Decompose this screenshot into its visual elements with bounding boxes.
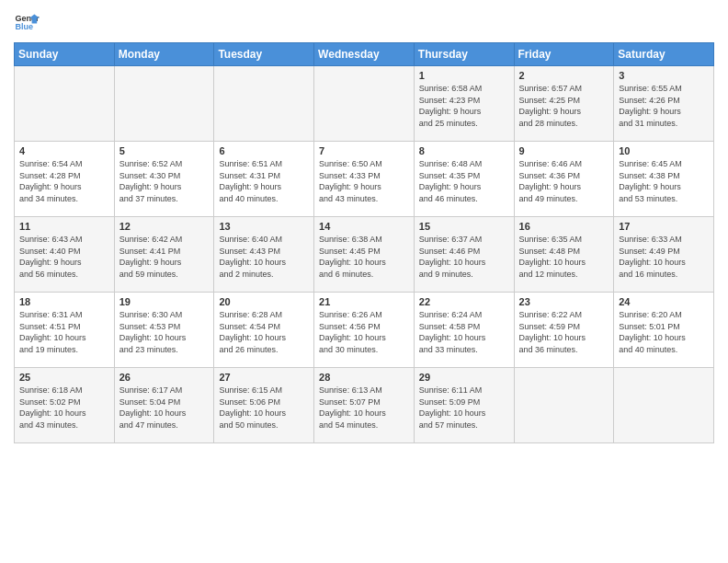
day-number: 23 (519, 296, 609, 307)
weekday-header-wednesday: Wednesday (314, 43, 415, 66)
day-info: Sunrise: 6:33 AM Sunset: 4:49 PM Dayligh… (619, 234, 709, 280)
calendar-cell: 21Sunrise: 6:26 AM Sunset: 4:56 PM Dayli… (314, 293, 415, 368)
day-number: 16 (519, 221, 609, 232)
day-info: Sunrise: 6:28 AM Sunset: 4:54 PM Dayligh… (219, 309, 309, 355)
day-number: 27 (219, 372, 309, 383)
calendar-cell: 19Sunrise: 6:30 AM Sunset: 4:53 PM Dayli… (114, 293, 214, 368)
calendar-week-row: 11Sunrise: 6:43 AM Sunset: 4:40 PM Dayli… (15, 217, 714, 293)
day-number: 7 (319, 145, 409, 156)
day-number: 2 (519, 70, 609, 81)
day-info: Sunrise: 6:54 AM Sunset: 4:28 PM Dayligh… (19, 158, 109, 204)
calendar-cell: 28Sunrise: 6:13 AM Sunset: 5:07 PM Dayli… (314, 368, 415, 443)
day-info: Sunrise: 6:46 AM Sunset: 4:36 PM Dayligh… (519, 158, 609, 204)
calendar-cell: 25Sunrise: 6:18 AM Sunset: 5:02 PM Dayli… (15, 368, 115, 443)
calendar-cell: 3Sunrise: 6:55 AM Sunset: 4:26 PM Daylig… (614, 66, 714, 142)
calendar-cell: 18Sunrise: 6:31 AM Sunset: 4:51 PM Dayli… (15, 293, 115, 368)
day-info: Sunrise: 6:55 AM Sunset: 4:26 PM Dayligh… (619, 83, 709, 129)
day-info: Sunrise: 6:30 AM Sunset: 4:53 PM Dayligh… (119, 309, 210, 355)
calendar-cell: 17Sunrise: 6:33 AM Sunset: 4:49 PM Dayli… (614, 217, 714, 293)
day-info: Sunrise: 6:20 AM Sunset: 5:01 PM Dayligh… (619, 309, 709, 355)
calendar-week-row: 4Sunrise: 6:54 AM Sunset: 4:28 PM Daylig… (15, 142, 714, 217)
day-info: Sunrise: 6:51 AM Sunset: 4:31 PM Dayligh… (219, 158, 309, 204)
day-number: 18 (19, 296, 109, 307)
calendar-cell (514, 368, 614, 443)
day-number: 5 (119, 145, 210, 156)
page-header: General Blue (14, 9, 714, 35)
calendar-cell: 6Sunrise: 6:51 AM Sunset: 4:31 PM Daylig… (214, 142, 314, 217)
calendar-cell: 8Sunrise: 6:48 AM Sunset: 4:35 PM Daylig… (414, 142, 514, 217)
calendar-cell (214, 66, 314, 142)
calendar-week-row: 25Sunrise: 6:18 AM Sunset: 5:02 PM Dayli… (15, 368, 714, 443)
calendar-cell: 14Sunrise: 6:38 AM Sunset: 4:45 PM Dayli… (314, 217, 415, 293)
calendar-cell: 16Sunrise: 6:35 AM Sunset: 4:48 PM Dayli… (514, 217, 614, 293)
day-number: 24 (619, 296, 709, 307)
day-info: Sunrise: 6:40 AM Sunset: 4:43 PM Dayligh… (219, 234, 309, 280)
calendar-cell: 20Sunrise: 6:28 AM Sunset: 4:54 PM Dayli… (214, 293, 314, 368)
weekday-header-monday: Monday (114, 43, 214, 66)
calendar-cell: 7Sunrise: 6:50 AM Sunset: 4:33 PM Daylig… (314, 142, 415, 217)
calendar-cell: 15Sunrise: 6:37 AM Sunset: 4:46 PM Dayli… (414, 217, 514, 293)
day-info: Sunrise: 6:31 AM Sunset: 4:51 PM Dayligh… (19, 309, 109, 355)
day-info: Sunrise: 6:48 AM Sunset: 4:35 PM Dayligh… (419, 158, 509, 204)
day-number: 20 (219, 296, 309, 307)
day-info: Sunrise: 6:24 AM Sunset: 4:58 PM Dayligh… (419, 309, 509, 355)
calendar-cell (314, 66, 415, 142)
calendar-cell (114, 66, 214, 142)
weekday-header-tuesday: Tuesday (214, 43, 314, 66)
day-number: 3 (619, 70, 709, 81)
calendar-cell: 24Sunrise: 6:20 AM Sunset: 5:01 PM Dayli… (614, 293, 714, 368)
calendar-cell: 26Sunrise: 6:17 AM Sunset: 5:04 PM Dayli… (114, 368, 214, 443)
day-info: Sunrise: 6:15 AM Sunset: 5:06 PM Dayligh… (219, 385, 309, 431)
page-container: General Blue SundayMondayTuesdayWednesda… (0, 0, 728, 453)
calendar-cell: 27Sunrise: 6:15 AM Sunset: 5:06 PM Dayli… (214, 368, 314, 443)
weekday-header-thursday: Thursday (414, 43, 514, 66)
day-number: 28 (319, 372, 409, 383)
day-info: Sunrise: 6:52 AM Sunset: 4:30 PM Dayligh… (119, 158, 210, 204)
day-info: Sunrise: 6:43 AM Sunset: 4:40 PM Dayligh… (19, 234, 109, 280)
day-number: 9 (519, 145, 609, 156)
day-info: Sunrise: 6:42 AM Sunset: 4:41 PM Dayligh… (119, 234, 210, 280)
calendar-cell (614, 368, 714, 443)
day-info: Sunrise: 6:13 AM Sunset: 5:07 PM Dayligh… (319, 385, 409, 431)
day-number: 8 (419, 145, 509, 156)
calendar-cell: 10Sunrise: 6:45 AM Sunset: 4:38 PM Dayli… (614, 142, 714, 217)
logo-icon: General Blue (14, 9, 40, 35)
day-info: Sunrise: 6:11 AM Sunset: 5:09 PM Dayligh… (419, 385, 509, 431)
day-number: 21 (319, 296, 409, 307)
calendar-table: SundayMondayTuesdayWednesdayThursdayFrid… (14, 42, 714, 443)
day-info: Sunrise: 6:26 AM Sunset: 4:56 PM Dayligh… (319, 309, 409, 355)
calendar-cell: 4Sunrise: 6:54 AM Sunset: 4:28 PM Daylig… (15, 142, 115, 217)
day-info: Sunrise: 6:57 AM Sunset: 4:25 PM Dayligh… (519, 83, 609, 129)
weekday-header-sunday: Sunday (15, 43, 115, 66)
calendar-cell: 13Sunrise: 6:40 AM Sunset: 4:43 PM Dayli… (214, 217, 314, 293)
day-info: Sunrise: 6:17 AM Sunset: 5:04 PM Dayligh… (119, 385, 210, 431)
day-number: 4 (19, 145, 109, 156)
day-number: 26 (119, 372, 210, 383)
day-info: Sunrise: 6:18 AM Sunset: 5:02 PM Dayligh… (19, 385, 109, 431)
calendar-cell: 22Sunrise: 6:24 AM Sunset: 4:58 PM Dayli… (414, 293, 514, 368)
day-number: 1 (419, 70, 509, 81)
day-number: 12 (119, 221, 210, 232)
day-number: 10 (619, 145, 709, 156)
day-number: 29 (419, 372, 509, 383)
calendar-week-row: 18Sunrise: 6:31 AM Sunset: 4:51 PM Dayli… (15, 293, 714, 368)
day-info: Sunrise: 6:58 AM Sunset: 4:23 PM Dayligh… (419, 83, 509, 129)
calendar-cell: 1Sunrise: 6:58 AM Sunset: 4:23 PM Daylig… (414, 66, 514, 142)
day-number: 11 (19, 221, 109, 232)
day-number: 6 (219, 145, 309, 156)
calendar-cell: 2Sunrise: 6:57 AM Sunset: 4:25 PM Daylig… (514, 66, 614, 142)
svg-text:Blue: Blue (15, 22, 33, 31)
day-number: 17 (619, 221, 709, 232)
calendar-cell: 23Sunrise: 6:22 AM Sunset: 4:59 PM Dayli… (514, 293, 614, 368)
day-number: 25 (19, 372, 109, 383)
day-number: 13 (219, 221, 309, 232)
weekday-header-row: SundayMondayTuesdayWednesdayThursdayFrid… (15, 43, 714, 66)
calendar-cell: 11Sunrise: 6:43 AM Sunset: 4:40 PM Dayli… (15, 217, 115, 293)
calendar-cell: 12Sunrise: 6:42 AM Sunset: 4:41 PM Dayli… (114, 217, 214, 293)
day-number: 19 (119, 296, 210, 307)
day-info: Sunrise: 6:38 AM Sunset: 4:45 PM Dayligh… (319, 234, 409, 280)
weekday-header-saturday: Saturday (614, 43, 714, 66)
day-number: 14 (319, 221, 409, 232)
calendar-cell (15, 66, 115, 142)
day-number: 15 (419, 221, 509, 232)
